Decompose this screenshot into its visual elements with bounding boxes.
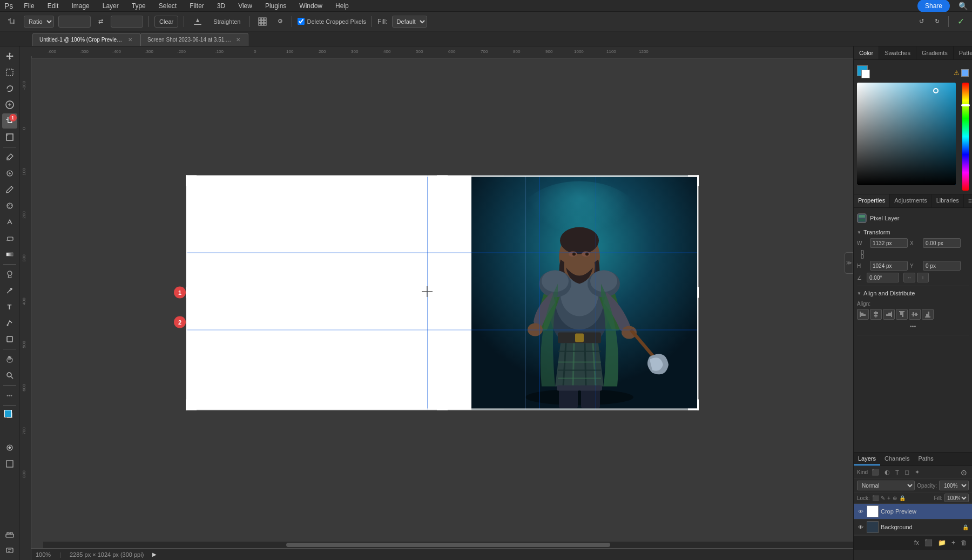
paths-tab[interactable]: Paths xyxy=(914,453,938,465)
tool-magic-wand[interactable] xyxy=(2,97,17,112)
tool-selection[interactable] xyxy=(2,65,17,80)
background-swatch[interactable] xyxy=(861,70,870,78)
libraries-tab[interactable]: Libraries xyxy=(932,194,964,207)
redo-button[interactable]: ↻ xyxy=(932,17,943,26)
delete-cropped-label[interactable]: Delete Cropped Pixels xyxy=(298,18,366,25)
align-left-button[interactable] xyxy=(857,309,869,320)
menu-3d[interactable]: 3D xyxy=(215,1,227,11)
tool-dodge[interactable] xyxy=(2,267,17,282)
layers-filter-toggle[interactable]: ⊙ xyxy=(959,468,969,477)
layer-item-crop-preview[interactable]: 👁 Crop Preview xyxy=(854,504,972,519)
fill-select-layers[interactable]: 100% xyxy=(944,494,969,502)
patterns-tab[interactable]: Patterns xyxy=(954,46,972,59)
create-group-button[interactable]: 📁 xyxy=(936,538,948,548)
tab-screenshot[interactable]: Screen Shot 2023-06-14 at 3.51.10 PM.png… xyxy=(140,33,248,46)
lock-all-icon[interactable]: 🔒 xyxy=(899,495,906,501)
transform-header[interactable]: ▼ Transform xyxy=(857,227,969,237)
layer-vis-crop-preview[interactable]: 👁 xyxy=(857,508,865,515)
status-arrow[interactable]: ▶ xyxy=(152,551,157,557)
lock-paint-icon[interactable]: ✎ xyxy=(881,495,885,501)
lock-transparency-icon[interactable]: ⬛ xyxy=(872,495,879,501)
panel-expand-icon[interactable]: ≡ xyxy=(964,194,972,207)
color-fg-bg-indicator[interactable] xyxy=(857,65,872,80)
color-tab[interactable]: Color xyxy=(854,46,879,59)
tool-pen[interactable] xyxy=(2,283,17,298)
y-field[interactable] xyxy=(923,261,961,271)
menu-window[interactable]: Window xyxy=(297,1,325,11)
filter-shape-button[interactable]: ◻ xyxy=(903,468,911,476)
tool-eraser[interactable] xyxy=(2,231,17,246)
tool-frame[interactable] xyxy=(2,130,17,145)
ratio-select[interactable]: Ratio xyxy=(24,16,54,28)
tool-quick-mask[interactable] xyxy=(2,440,17,455)
tab-untitled-close[interactable]: ✕ xyxy=(127,37,133,43)
tool-zoom[interactable] xyxy=(2,368,17,383)
add-mask-button[interactable]: ⬛ xyxy=(923,538,934,548)
tool-path-selection[interactable] xyxy=(2,315,17,330)
blend-mode-select[interactable]: Normal xyxy=(857,481,915,490)
menu-filter[interactable]: Filter xyxy=(187,1,206,11)
create-layer-button[interactable]: + xyxy=(950,538,957,548)
layers-tab[interactable]: Layers xyxy=(854,453,880,465)
menu-edit[interactable]: Edit xyxy=(45,1,61,11)
align-middle-v-button[interactable] xyxy=(909,309,921,320)
swap-icon[interactable]: ⇄ xyxy=(95,17,106,26)
gradients-tab[interactable]: Gradients xyxy=(916,46,954,59)
filter-adjustment-button[interactable]: ◐ xyxy=(883,468,892,476)
align-bottom-button[interactable] xyxy=(922,309,934,320)
layer-item-background[interactable]: 👁 Background 🔒 xyxy=(854,519,972,535)
scrollbar-horizontal[interactable] xyxy=(43,542,853,548)
tool-eyedropper[interactable] xyxy=(2,150,17,165)
tool-history-brush[interactable] xyxy=(2,214,17,230)
width-input[interactable] xyxy=(58,16,91,28)
tool-lasso[interactable] xyxy=(2,81,17,96)
scrollbar-thumb-h[interactable] xyxy=(286,543,610,547)
tab-untitled[interactable]: Untitled-1 @ 100% (Crop Preview, RGB/8) … xyxy=(32,33,140,46)
menu-file[interactable]: File xyxy=(22,1,36,11)
undo-button[interactable]: ↺ xyxy=(916,17,927,26)
filter-smart-button[interactable]: ✦ xyxy=(913,468,921,476)
search-icon[interactable]: 🔍 xyxy=(959,2,968,10)
straighten-icon[interactable] xyxy=(190,16,206,28)
color-spectrum[interactable] xyxy=(857,83,956,185)
menu-layer[interactable]: Layer xyxy=(100,1,121,11)
tool-shape[interactable] xyxy=(2,332,17,347)
align-more-button[interactable]: ••• xyxy=(857,321,969,331)
flip-v-button[interactable]: ↕ xyxy=(917,273,929,282)
background-color[interactable] xyxy=(2,424,17,439)
straighten-label[interactable]: Straighten xyxy=(210,17,244,26)
filter-pixel-button[interactable]: ⬛ xyxy=(870,468,881,476)
x-field[interactable] xyxy=(923,238,961,248)
tool-healing[interactable] xyxy=(2,166,17,181)
menu-view[interactable]: View xyxy=(236,1,254,11)
menu-select[interactable]: Select xyxy=(157,1,179,11)
tool-brush[interactable] xyxy=(2,182,17,197)
opacity-select[interactable]: 100% xyxy=(939,481,969,490)
crop-tool-icon[interactable] xyxy=(4,16,19,27)
grid-icon[interactable] xyxy=(255,16,270,27)
align-header[interactable]: ▼ Align and Distribute xyxy=(857,288,969,298)
share-button[interactable]: Share xyxy=(917,0,950,12)
align-right-button[interactable] xyxy=(883,309,895,320)
tool-screen-mode[interactable] xyxy=(2,456,17,471)
tool-hand[interactable] xyxy=(2,352,17,367)
clear-button[interactable]: Clear xyxy=(154,16,178,28)
menu-plugins[interactable]: Plugins xyxy=(263,1,288,11)
commit-button[interactable]: ✓ xyxy=(954,15,968,28)
tab-screenshot-close[interactable]: ✕ xyxy=(235,37,241,43)
tool-gradient[interactable] xyxy=(2,247,17,262)
align-top-button[interactable] xyxy=(896,309,908,320)
layer-vis-background[interactable]: 👁 xyxy=(857,523,865,531)
tool-more[interactable]: ••• xyxy=(2,388,17,403)
tool-move[interactable] xyxy=(2,49,17,64)
adjustments-tab[interactable]: Adjustments xyxy=(890,194,932,207)
height-field[interactable] xyxy=(870,261,908,271)
properties-tab[interactable]: Properties xyxy=(854,194,890,207)
fill-select[interactable]: Default xyxy=(392,16,427,28)
canvas-crosshair[interactable] xyxy=(422,286,433,299)
filter-type-button[interactable]: T xyxy=(894,469,901,476)
flip-h-button[interactable]: ↔ xyxy=(903,273,915,282)
channels-tab[interactable]: Channels xyxy=(880,453,914,465)
lock-artboard-icon[interactable]: + xyxy=(887,495,890,501)
delete-layer-button[interactable]: 🗑 xyxy=(959,538,969,548)
